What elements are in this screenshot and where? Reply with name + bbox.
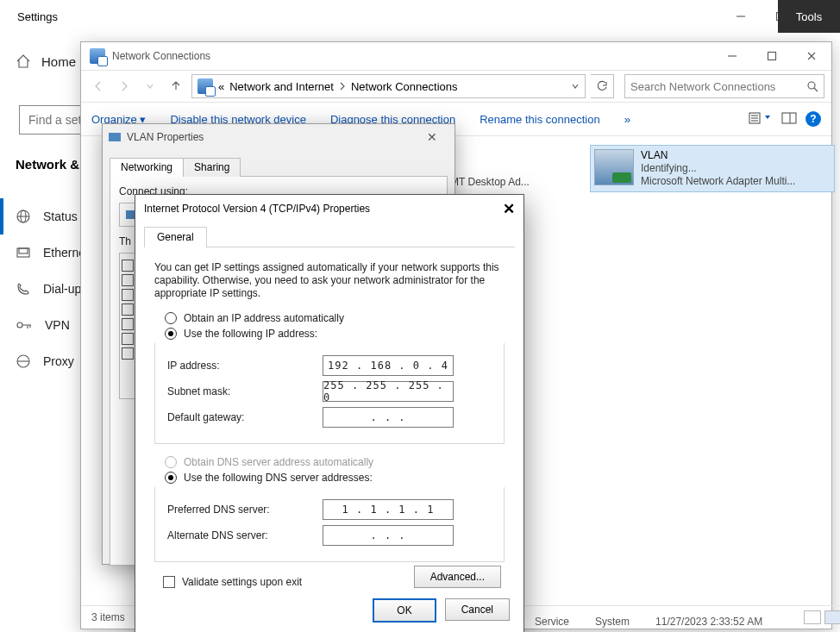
- radio-label: Obtain an IP address automatically: [184, 312, 344, 324]
- ipv4-body: You can get IP settings assigned automat…: [135, 247, 523, 598]
- ethernet-icon: [16, 245, 31, 260]
- details-view-button[interactable]: [804, 610, 821, 624]
- svg-point-16: [808, 82, 815, 89]
- preview-pane-button[interactable]: [781, 112, 797, 127]
- network-icon: [197, 78, 213, 94]
- svg-rect-8: [19, 248, 28, 253]
- checkbox[interactable]: [122, 289, 134, 301]
- checkbox-icon: [163, 576, 175, 588]
- alternate-dns-input[interactable]: . . .: [323, 525, 454, 546]
- default-gateway-input[interactable]: . . .: [323, 407, 454, 428]
- ip-address-label: IP address:: [167, 360, 323, 372]
- alternate-dns-label: Alternate DNS server:: [167, 529, 323, 541]
- syspeek-col: System: [595, 616, 630, 628]
- settings-titlebar: Settings: [0, 0, 840, 34]
- tab-networking[interactable]: Networking: [110, 158, 184, 177]
- recent-dropdown[interactable]: [140, 76, 160, 97]
- checkbox[interactable]: [122, 333, 134, 345]
- ipv4-tabs: General: [144, 226, 515, 247]
- adapter-driver: Microsoft Network Adapter Multi...: [641, 175, 795, 188]
- cancel-button[interactable]: Cancel: [445, 598, 510, 621]
- tab-sharing[interactable]: Sharing: [183, 158, 241, 177]
- breadcrumb-segment[interactable]: Network Connections: [351, 80, 458, 93]
- radio-label: Use the following DNS server addresses:: [184, 472, 373, 484]
- close-button[interactable]: [792, 42, 831, 70]
- chevron-down-icon[interactable]: [571, 82, 580, 91]
- view-options-button[interactable]: [749, 111, 773, 128]
- adapter-item-vlan[interactable]: VLAN Identifying... Microsoft Network Ad…: [590, 145, 835, 192]
- adapter-text: VLAN Identifying... Microsoft Network Ad…: [641, 149, 795, 188]
- rename-button[interactable]: Rename this connection: [480, 113, 599, 126]
- advanced-button[interactable]: Advanced...: [414, 566, 501, 588]
- tab-general[interactable]: General: [144, 227, 207, 247]
- proxy-icon: [16, 354, 31, 369]
- globe-icon: [16, 209, 31, 224]
- maximize-button[interactable]: [752, 42, 792, 70]
- preferred-dns-input[interactable]: 1 . 1 . 1 . 1: [323, 499, 454, 520]
- adapter-icon: [594, 149, 634, 185]
- phone-icon: [16, 281, 31, 297]
- close-button[interactable]: ✕: [503, 200, 515, 218]
- ip-address-input[interactable]: 192 . 168 . 0 . 4: [323, 355, 454, 376]
- minimize-button[interactable]: [712, 42, 752, 70]
- checkbox[interactable]: [122, 274, 134, 286]
- checkbox[interactable]: [122, 318, 134, 330]
- ok-button[interactable]: OK: [373, 598, 436, 623]
- vlan-properties-tabs: Networking Sharing: [110, 157, 448, 177]
- radio-icon: [165, 472, 177, 484]
- svg-line-17: [814, 88, 818, 91]
- syspeek-col: Service: [535, 616, 569, 628]
- svg-rect-24: [109, 133, 121, 141]
- checkbox[interactable]: [122, 260, 134, 272]
- nc-address-bar: « Network and Internet Network Connectio…: [81, 70, 831, 103]
- nav-item-label: Proxy: [43, 354, 74, 368]
- subnet-mask-label: Subnet mask:: [167, 385, 323, 397]
- item-count: 3 items: [91, 611, 125, 623]
- toolbar-overflow[interactable]: »: [624, 113, 630, 126]
- forward-button[interactable]: [114, 76, 135, 97]
- nav-item-label: Status: [43, 210, 78, 223]
- radio-obtain-ip-auto[interactable]: Obtain an IP address automatically: [165, 312, 505, 324]
- settings-title: Settings: [0, 10, 58, 23]
- nc-search-box[interactable]: Search Network Connections: [624, 74, 824, 98]
- syspeek-col: 11/27/2023 2:33:52 AM: [655, 616, 762, 628]
- up-button[interactable]: [166, 76, 186, 97]
- svg-point-9: [17, 322, 22, 328]
- ipv4-footer: OK Cancel: [373, 598, 510, 623]
- vlan-properties-title: VLAN Properties: [127, 131, 204, 143]
- network-icon: [90, 48, 105, 64]
- radio-use-following-ip[interactable]: Use the following IP address:: [165, 328, 505, 340]
- dns-group: Preferred DNS server:1 . 1 . 1 . 1 Alter…: [154, 487, 505, 562]
- checkbox[interactable]: [122, 303, 134, 316]
- radio-label: Use the following IP address:: [184, 328, 317, 340]
- adapter-status: Identifying...: [641, 162, 795, 175]
- breadcrumb[interactable]: « Network and Internet Network Connectio…: [191, 74, 586, 98]
- minimize-button[interactable]: [721, 3, 761, 29]
- adapter-name: VLAN: [641, 149, 795, 162]
- radio-use-following-dns[interactable]: Use the following DNS server addresses:: [165, 472, 505, 484]
- checkbox[interactable]: [122, 347, 134, 360]
- preferred-dns-label: Preferred DNS server:: [167, 504, 323, 516]
- ipv4-description: You can get IP settings assigned automat…: [154, 261, 505, 300]
- breadcrumb-prefix: «: [218, 80, 224, 93]
- radio-obtain-dns-auto: Obtain DNS server address automatically: [165, 456, 505, 468]
- radio-icon: [165, 456, 177, 468]
- breadcrumb-segment[interactable]: Network and Internet: [229, 80, 334, 93]
- ip-address-group: IP address:192 . 168 . 0 . 4 Subnet mask…: [154, 343, 505, 444]
- subnet-mask-input[interactable]: 255 . 255 . 255 . 0: [323, 381, 454, 402]
- radio-icon: [165, 312, 177, 324]
- svg-rect-13: [768, 53, 776, 60]
- back-button[interactable]: [88, 76, 109, 97]
- ipv4-properties-dialog: Internet Protocol Version 4 (TCP/IPv4) P…: [135, 194, 524, 632]
- help-button[interactable]: ?: [806, 111, 821, 127]
- svg-rect-22: [782, 113, 796, 123]
- tools-panel[interactable]: Tools: [778, 0, 840, 33]
- nc-title: Network Connections: [112, 50, 210, 62]
- nc-titlebar: Network Connections: [81, 42, 831, 70]
- refresh-button[interactable]: [591, 74, 614, 98]
- radio-label: Obtain DNS server address automatically: [184, 456, 373, 468]
- checkbox-label: Validate settings upon exit: [182, 576, 302, 588]
- large-icons-view-button[interactable]: [824, 610, 840, 624]
- close-button[interactable]: ✕: [415, 130, 449, 144]
- settings-home-link[interactable]: Home: [16, 53, 76, 69]
